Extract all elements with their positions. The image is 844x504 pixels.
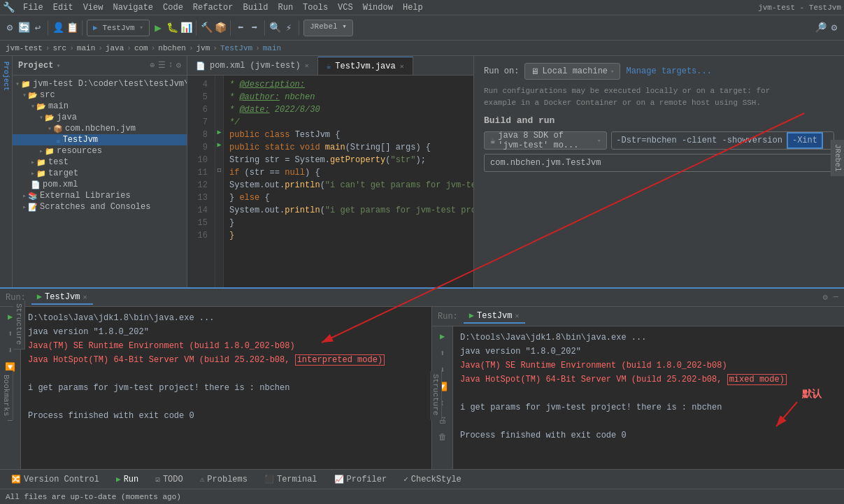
run-restart-btn-right[interactable]: ▶ [436,329,450,343]
breadcrumb-jvm[interactable]: jvm [196,44,210,52]
toolbar-icon-9[interactable]: ➡ [249,22,260,34]
manage-targets-link[interactable]: Manage targets... [626,66,711,76]
toolbar-icon-3[interactable]: ↩ [32,22,43,34]
run-output-left[interactable]: D:\tools\Java\jdk1.8\bin\java.exe ... ja… [21,307,431,469]
run-tab-testjvm-left[interactable]: ▶ TestJvm ✕ [31,290,93,305]
gutter-8[interactable]: ▶ [215,126,223,138]
breadcrumb-testjvm[interactable]: TestJvm [220,44,252,52]
tree-item-testjvm[interactable]: ☕ TestJvm [13,134,187,145]
tree-item-java-folder[interactable]: ▾ 📂 java [13,112,187,123]
run-tab-close-left[interactable]: ✕ [83,293,87,301]
panel-icon-1[interactable]: ⊕ [150,60,155,71]
tree-arrow-package: ▾ [48,124,52,133]
tab-testjvm-close[interactable]: ✕ [400,62,404,71]
run-stop-btn-right[interactable]: ⬆ [436,346,450,360]
toolbar-icon-1[interactable]: ⚙ [4,22,15,34]
bookmarks-side-tab[interactable]: Bookmarks [0,370,13,420]
breadcrumb-java[interactable]: java [106,44,124,52]
menu-tools[interactable]: Tools [299,1,332,14]
breadcrumb-nbchen[interactable]: nbchen [158,44,186,52]
tree-item-external-libs[interactable]: ▸ 📚 External Libraries [13,190,187,201]
run-tab-testjvm-right[interactable]: ▶ TestJvm ✕ [464,309,525,324]
panel-icon-settings[interactable]: ⚙ [176,60,181,71]
toolbar-icon-5[interactable]: 📋 [66,22,78,34]
tab-profiler[interactable]: 📈 Profiler [329,470,393,489]
run-with-coverage-button[interactable]: 📊 [180,22,192,34]
jrebel-side-tab[interactable]: JRebel [831,140,844,176]
xml-icon-pom: 📄 [31,180,41,189]
code-line-12: System.out.println("i can't get params f… [229,179,468,192]
toolbar-icon-11[interactable]: ⚡ [283,22,294,34]
run-output-right[interactable]: D:\tools\Java\jdk1.8\bin\java.exe ... ja… [453,326,844,469]
toolbar-icon-7[interactable]: 📦 [215,22,226,34]
tree-item-target[interactable]: ▸ 📁 target [13,168,187,179]
tree-item-package[interactable]: ▾ 📦 com.nbchen.jvm [13,123,187,134]
minimize-icon-run[interactable]: ─ [834,292,838,303]
debug-button[interactable]: 🐛 [166,22,178,34]
tab-pom-close[interactable]: ✕ [305,62,309,70]
menu-file[interactable]: File [19,1,48,14]
panel-icon-3[interactable]: ↕ [169,60,173,71]
breadcrumb-com[interactable]: com [134,44,148,52]
code-content[interactable]: * @description: * @author: nbchen * @dat… [224,75,473,301]
gutter-9[interactable]: ▶ [215,138,223,151]
toolbar-search-icon[interactable]: 🔎 [815,22,826,34]
tab-testjvm[interactable]: ☕ TestJvm.java ✕ [318,57,413,75]
menu-edit[interactable]: Edit [49,1,78,14]
run-tab-close-right[interactable]: ✕ [515,312,519,320]
tree-item-resources[interactable]: ▸ 📁 resources [13,145,187,157]
structure-side-tab-right[interactable]: Structure [430,371,442,420]
panel-icon-2[interactable]: ☰ [158,60,166,71]
toolbar-icon-8[interactable]: ⬅ [235,22,246,34]
tab-problems[interactable]: ⚠ Problems [194,470,253,489]
breadcrumb-project[interactable]: jvm-test [6,44,43,52]
sdk-dropdown[interactable]: ☕ java 8 SDK of 'jvm-test' mo... ▾ [484,131,607,150]
menu-help[interactable]: Help [399,1,427,14]
tab-version-control[interactable]: 🔀 Version Control [6,470,105,489]
breadcrumb-src[interactable]: src [52,44,66,52]
settings-icon-run[interactable]: ⚙ [823,292,828,303]
tab-pom[interactable]: 📄 pom.xml (jvm-test) ✕ [187,57,318,75]
run-tabs-bar: Run: ▶ TestJvm ✕ ⚙ ─ [0,287,844,307]
breadcrumb-main-method[interactable]: main [263,44,281,52]
menu-refactor[interactable]: Refactor [189,1,238,14]
structure-side-tab-left[interactable]: Structure [13,301,25,350]
menu-navigate[interactable]: Navigate [108,1,157,14]
gutter-7 [215,113,223,126]
menu-build[interactable]: Build [238,1,272,14]
toolbar-icon-10[interactable]: 🔍 [269,22,280,34]
tree-item-pom[interactable]: 📄 pom.xml [13,179,187,190]
breadcrumb-main[interactable]: main [77,44,95,52]
run-button[interactable]: ▶ [152,22,164,34]
tree-item-main[interactable]: ▾ 📂 main [13,101,187,112]
menu-run[interactable]: Run [273,1,297,14]
run-right-line-3: Java(TM) SE Runtime Environment (build 1… [460,359,837,373]
menu-vcs[interactable]: VCS [334,1,357,14]
vm-options-field[interactable]: -Dstr=nbchen -client -showversion -Xint [611,131,834,150]
run-config-dropdown[interactable]: ▶ TestJvm ▾ [87,20,150,36]
toolbar-icon-6[interactable]: 🔨 [201,22,212,34]
menu-window[interactable]: Window [359,1,397,14]
breadcrumb-sep-2: › [69,44,74,52]
jrebel-button[interactable]: JRebel ▾ [303,20,353,36]
tab-terminal[interactable]: ⬛ Terminal [259,470,323,489]
toolbar-settings-icon[interactable]: ⚙ [829,22,840,34]
menu-view[interactable]: View [79,1,108,14]
tree-item-src[interactable]: ▾ 📂 src [13,89,187,101]
sidebar-project-tab[interactable]: Project [1,59,11,94]
tab-checkstyle[interactable]: ✓ CheckStyle [398,470,467,489]
menu-code[interactable]: Code [159,1,187,14]
run-clear-btn-right[interactable]: 🗑 [436,430,450,444]
tab-todo[interactable]: ☑ TODO [150,470,188,489]
local-machine-dropdown[interactable]: 🖥 Local machine ▾ [524,63,620,80]
tree-item-root[interactable]: ▾ 📁 jvm-test D:\coder\test\testJvm\jvm-t… [13,78,187,89]
vm-highlight-label: -Xint [792,136,817,145]
line-num-8: 8 [187,129,212,141]
tab-run[interactable]: ▶ Run [110,470,144,489]
tree-item-scratches[interactable]: ▸ 📝 Scratches and Consoles [13,201,187,213]
main-class-field[interactable]: com.nbchen.jvm.TestJvm [484,154,834,172]
tree-item-test[interactable]: ▸ 📁 test [13,157,187,168]
gutter-15 [215,214,223,226]
toolbar-icon-4[interactable]: 👤 [52,22,64,34]
toolbar-icon-2[interactable]: 🔄 [18,22,29,34]
